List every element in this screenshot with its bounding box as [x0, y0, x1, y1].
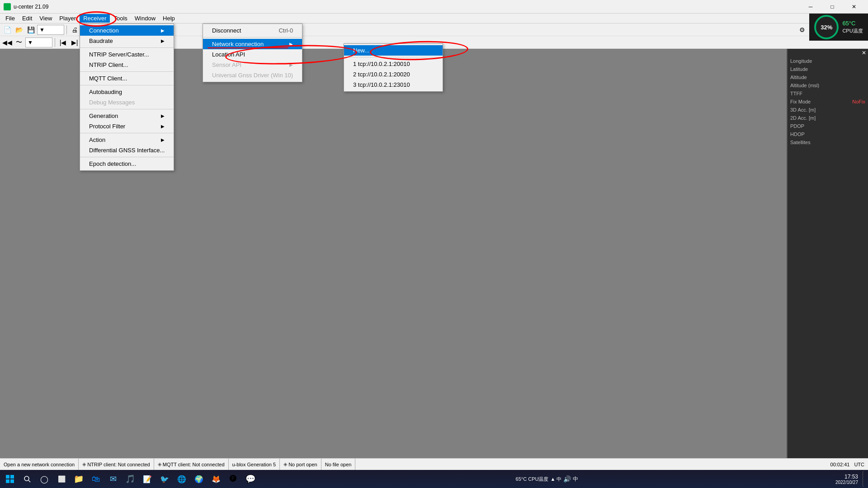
status-message: Open a new network connection: [0, 459, 79, 470]
volume-icon[interactable]: 🔊: [563, 475, 571, 483]
print-btn[interactable]: 🖨: [69, 24, 80, 35]
sep2: [80, 71, 174, 72]
browser-btn[interactable]: 🌍: [191, 471, 207, 487]
receiver-menu-connection[interactable]: Connection▶: [80, 25, 174, 36]
sep4: [80, 109, 174, 109]
explorer-btn[interactable]: 📁: [71, 471, 87, 487]
status-bar: Open a new network connection ◈ NTRIP cl…: [0, 458, 868, 470]
close-button[interactable]: ✕: [844, 0, 864, 14]
receiver-menu-mqtt[interactable]: MQTT Client...: [80, 73, 174, 84]
sep3: [80, 85, 174, 85]
taskbar-clock: 17:53 2022/10/27: [835, 474, 862, 485]
cpu-widget: 32% 65°C CPU温度: [809, 14, 868, 41]
play-btn2[interactable]: ▶|: [69, 37, 80, 48]
music-btn[interactable]: 🎵: [122, 471, 138, 487]
menu-file[interactable]: File: [2, 14, 19, 23]
net-conn-new[interactable]: New...: [344, 45, 443, 56]
baud-left[interactable]: ◀◀: [2, 37, 13, 48]
menu-player[interactable]: Player: [56, 14, 80, 23]
task-view-btn[interactable]: ⬜: [53, 471, 70, 487]
save-dropdown[interactable]: ▼: [37, 25, 64, 35]
status-timezone: UTC: [854, 462, 864, 467]
menu-window[interactable]: Window: [131, 14, 159, 23]
status-port: ◈ No port open: [280, 459, 321, 470]
panel-fix-mode: Fix Mode NoFix: [788, 98, 868, 106]
menu-help[interactable]: Help: [159, 14, 179, 23]
store-btn[interactable]: 🛍: [88, 471, 104, 487]
start-button[interactable]: [2, 471, 18, 487]
status-ublox: u-blox Generation 5: [229, 459, 280, 470]
receiver-dropdown: Connection▶ Baudrate▶ NTRIP Server/Caste…: [80, 23, 174, 171]
svg-rect-3: [10, 479, 14, 483]
panel-2d-acc: 2D Acc. [m]: [788, 114, 868, 122]
svg-rect-2: [6, 479, 9, 483]
notepad-btn[interactable]: 📝: [139, 471, 156, 487]
system-tray: 65°C CPU温度 ▲ 中 🔊 中: [512, 475, 582, 483]
receiver-menu-ntrip-server[interactable]: NTRIP Server/Caster...: [80, 49, 174, 60]
panel-altitude: Altitude: [788, 73, 868, 81]
cpu-usage-circle: 32%: [814, 15, 839, 39]
panel-pdop: PDOP: [788, 122, 868, 130]
app-title: u-center 21.09: [14, 4, 48, 10]
svg-rect-0: [6, 475, 9, 479]
menu-edit[interactable]: Edit: [19, 14, 36, 23]
mail-btn[interactable]: ✉: [105, 471, 121, 487]
conn-location-api[interactable]: Location API: [203, 49, 302, 60]
panel-hdop: HDOP: [788, 130, 868, 138]
receiver-menu-epoch[interactable]: Epoch detection...: [80, 159, 174, 169]
svg-line-5: [28, 480, 30, 482]
conn-network[interactable]: Network connection▶: [203, 39, 302, 49]
conn-disconnect[interactable]: DisconnectCtrl-0: [203, 25, 302, 36]
cpu-usage-value: 32%: [821, 24, 832, 31]
baud-dropdown[interactable]: ▼: [25, 38, 52, 47]
show-desktop-btn[interactable]: [863, 471, 866, 487]
chrome-btn[interactable]: 🌐: [174, 471, 190, 487]
svg-point-4: [24, 476, 29, 481]
new-file-btn[interactable]: 📄: [2, 24, 13, 35]
open-file-btn[interactable]: 📂: [14, 24, 24, 35]
net-conn-3[interactable]: 3 tcp://10.0.2.1:23010: [344, 80, 443, 90]
receiver-menu-autobauding[interactable]: Autobauding: [80, 87, 174, 97]
conn-sensor-api: Sensor API▶: [203, 60, 302, 70]
tray-lang[interactable]: 中: [573, 475, 578, 483]
sep1: [344, 57, 443, 57]
receiver-menu-generation[interactable]: Generation▶: [80, 111, 174, 121]
receiver-menu-diff-gnss[interactable]: Differential GNSS Interface...: [80, 145, 174, 155]
app-btn-3[interactable]: 💬: [242, 471, 259, 487]
cpu-temp-value: 65°C: [842, 19, 863, 28]
app-icon: [4, 3, 11, 10]
conn-universal-gnss: Universal Gnss Driver (Win 10): [203, 70, 302, 80]
save-btn[interactable]: 💾: [25, 24, 36, 35]
play-btn[interactable]: |◀: [57, 37, 68, 48]
status-file: No file open: [321, 459, 356, 470]
firefox-btn[interactable]: 🦊: [208, 471, 224, 487]
title-bar: u-center 21.09 ─ □ ✕: [0, 0, 868, 14]
panel-longitude: Longitude: [788, 57, 868, 65]
menu-bar: File Edit View Player Receiver Tools Win…: [0, 14, 868, 23]
minimize-button[interactable]: ─: [800, 0, 821, 14]
maximize-button[interactable]: □: [822, 0, 843, 14]
receiver-menu-baudrate[interactable]: Baudrate▶: [80, 36, 174, 46]
sep5: [80, 133, 174, 133]
cortana-btn[interactable]: ◯: [36, 471, 52, 487]
receiver-menu-ntrip-client[interactable]: NTRIP Client...: [80, 60, 174, 70]
net-conn-1[interactable]: 1 tcp://10.0.2.1:20010: [344, 59, 443, 69]
menu-view[interactable]: View: [36, 14, 56, 23]
menu-tools[interactable]: Tools: [110, 14, 131, 23]
app-btn-2[interactable]: 🅟: [225, 471, 241, 487]
panel-latitude: Latitude: [788, 65, 868, 73]
search-btn[interactable]: [19, 471, 35, 487]
panel-close-btn[interactable]: ✕: [862, 50, 866, 56]
status-time: 00:02:41: [830, 462, 850, 467]
status-mqtt: ◈ MQTT client: Not connected: [154, 459, 229, 470]
net-conn-2[interactable]: 2 tcp://10.0.2.1:20020: [344, 69, 443, 80]
panel-ttff: TTFF: [788, 89, 868, 98]
receiver-menu-action[interactable]: Action▶: [80, 135, 174, 145]
receiver-menu-protocol[interactable]: Protocol Filter▶: [80, 121, 174, 131]
menu-receiver[interactable]: Receiver: [80, 14, 110, 23]
connection-submenu: DisconnectCtrl-0 Network connection▶ Loc…: [203, 23, 302, 82]
app-btn-1[interactable]: 🐦: [156, 471, 173, 487]
network-connection-submenu: New... 1 tcp://10.0.2.1:20010 2 tcp://10…: [344, 43, 443, 92]
toolbar-icon-1[interactable]: ⚙: [797, 24, 807, 35]
baud-icon[interactable]: 〜: [14, 37, 24, 48]
